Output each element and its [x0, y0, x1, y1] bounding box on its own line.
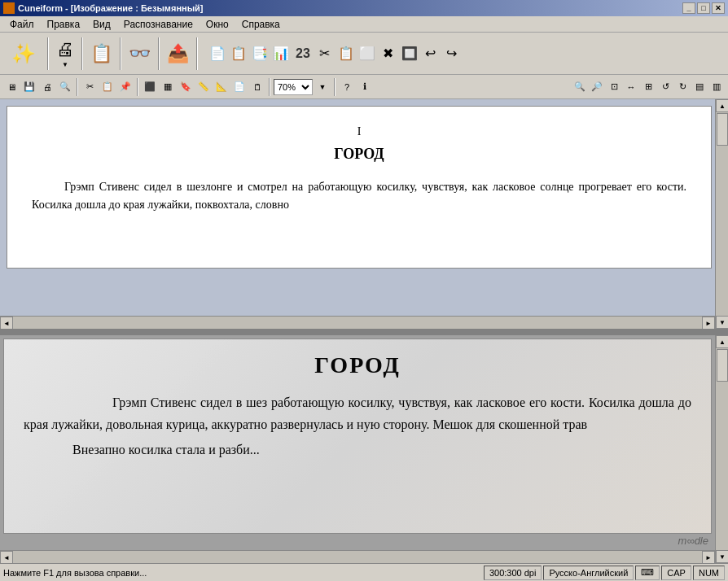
maximize-button[interactable]: □ — [697, 2, 710, 14]
icon-btn-5[interactable]: ✂ — [315, 44, 335, 63]
dpi-panel: 300:300 dpi — [484, 566, 542, 580]
watermark: m∞dle — [678, 535, 708, 547]
num-panel: NUM — [693, 566, 725, 580]
statusbar: Нажмите F1 для вызова справки... 300:300… — [0, 563, 728, 581]
tb2-btn-9[interactable]: 📐 — [213, 79, 230, 95]
tb2-cut[interactable]: ✂ — [81, 79, 98, 95]
scroll-thumb[interactable] — [717, 113, 728, 146]
icon-btn-10[interactable]: ↩ — [421, 44, 441, 63]
bottom-hscroll-left[interactable]: ◄ — [0, 551, 13, 563]
icon-btn-8[interactable]: ✖ — [379, 44, 398, 63]
bottom-hscroll[interactable]: ◄ ► — [0, 550, 715, 563]
menu-edit[interactable]: Правка — [41, 17, 87, 32]
zoom-in-btn[interactable]: 🔍 — [572, 79, 588, 95]
tb2-btn-7[interactable]: 🔖 — [178, 79, 194, 95]
tb2-copy[interactable]: 📋 — [99, 79, 116, 95]
bottom-pane[interactable]: ГОРОД Грэмп Стивенс сидел в шез­ работаю… — [0, 335, 728, 563]
chapter-title: ГОРОД — [32, 143, 686, 165]
zoom-select[interactable]: 50% 70% 100% 150% 200% — [274, 79, 313, 95]
fit-width-btn[interactable]: ↔ — [623, 79, 639, 95]
toolbar1: ✨ 🖨 ▼ 📋 👓 📤 📄 📋 📑 📊 23 ✂ 📋 ⬜ ✖ 🔲 ↩ — [0, 33, 728, 75]
rotate-right-btn[interactable]: ↻ — [674, 79, 691, 95]
top-vscroll[interactable]: ▲ ▼ — [715, 99, 728, 329]
zoom-out-btn[interactable]: 🔎 — [589, 79, 605, 95]
img-chapter-title: ГОРОД — [24, 352, 691, 378]
chapter-num: I — [32, 123, 686, 140]
scroll-track[interactable] — [716, 112, 728, 316]
keyboard-panel: ⌨ — [635, 566, 660, 580]
titlebar-title: Cuneiform - [Изображение : Безымянный] — [18, 3, 204, 13]
scan-button[interactable]: 🖨 ▼ — [52, 36, 78, 72]
info-btn[interactable]: ℹ — [357, 79, 373, 95]
hscroll-right[interactable]: ► — [702, 317, 715, 330]
tb2-paste[interactable]: 📌 — [117, 79, 134, 95]
bottom-scroll-down[interactable]: ▼ — [716, 550, 728, 563]
menu-recognize[interactable]: Распознавание — [117, 17, 200, 32]
icon-btn-1[interactable]: 📄 — [208, 44, 227, 63]
titlebar-controls[interactable]: _ □ ✕ — [682, 2, 725, 14]
tb2-btn-5[interactable]: ⬛ — [142, 79, 158, 95]
tb2-btn-1[interactable]: 🖥 — [3, 79, 20, 95]
tb2-btn-3[interactable]: 🖨 — [39, 79, 55, 95]
top-pane[interactable]: I ГОРОД Грэмп Стивенс сидел в шезлонге и… — [0, 99, 728, 332]
titlebar: Cuneiform - [Изображение : Безымянный] _… — [0, 0, 728, 16]
tb2-btn-11[interactable]: 🗒 — [249, 79, 265, 95]
tb2-btn-6[interactable]: ▦ — [160, 79, 176, 95]
bottom-scroll-track[interactable] — [716, 348, 728, 550]
actual-size-btn[interactable]: ⊞ — [640, 79, 656, 95]
read-button[interactable]: 👓 — [125, 36, 155, 72]
bottom-scroll-up[interactable]: ▲ — [716, 335, 728, 348]
text-document: I ГОРОД Грэмп Стивенс сидел в шезлонге и… — [7, 106, 712, 269]
ocr-button[interactable]: 📋 — [86, 36, 116, 72]
img-paragraph-2: Внезапно косилка стала и разби... — [24, 439, 691, 461]
panes-container: I ГОРОД Грэмп Стивенс сидел в шезлонге и… — [0, 99, 728, 563]
fit-btn[interactable]: ⊡ — [606, 79, 622, 95]
bottom-hscroll-right[interactable]: ► — [702, 551, 715, 563]
rotate-left-btn[interactable]: ↺ — [657, 79, 673, 95]
icon-btn-4[interactable]: 📊 — [271, 44, 291, 63]
help-btn[interactable]: ? — [339, 79, 355, 95]
caps-panel: CAP — [661, 566, 691, 580]
num-display: 23 — [296, 46, 310, 61]
app-icon — [3, 2, 15, 14]
menu-window[interactable]: Окно — [200, 17, 235, 32]
top-hscroll[interactable]: ◄ ► — [0, 316, 715, 329]
scroll-up[interactable]: ▲ — [716, 99, 728, 112]
icon-btn-9[interactable]: 🔲 — [400, 44, 419, 63]
image-document: ГОРОД Грэмп Стивенс сидел в шез­ работаю… — [3, 339, 712, 534]
statusbar-help: Нажмите F1 для вызова справки... — [3, 568, 484, 578]
view-btn-1[interactable]: ▤ — [691, 79, 708, 95]
menu-file[interactable]: Файл — [3, 17, 41, 32]
menu-help[interactable]: Справка — [235, 17, 287, 32]
hscroll-track[interactable] — [13, 317, 702, 329]
tb2-btn-2[interactable]: 💾 — [21, 79, 37, 95]
icon-btn-3[interactable]: 📑 — [250, 44, 270, 63]
statusbar-right: 300:300 dpi Русско-Английский ⌨ CAP NUM — [484, 566, 725, 580]
toolbar2: 🖥 💾 🖨 🔍 ✂ 📋 📌 ⬛ ▦ 🔖 📏 📐 📄 🗒 50% 70% 100%… — [0, 75, 728, 99]
menu-view[interactable]: Вид — [86, 17, 117, 32]
text-paragraph: Грэмп Стивенс сидел в шезлонге и смотрел… — [32, 178, 686, 215]
hscroll-left[interactable]: ◄ — [0, 317, 13, 330]
tb2-btn-4[interactable]: 🔍 — [57, 79, 73, 95]
img-paragraph-1: Грэмп Стивенс сидел в шез­ работающую ко… — [24, 391, 691, 435]
close-button[interactable]: ✕ — [712, 2, 725, 14]
menubar: Файл Правка Вид Распознавание Окно Справ… — [0, 16, 728, 33]
zoom-arrow[interactable]: ▼ — [314, 79, 331, 95]
magic-wand-button[interactable]: ✨ — [3, 36, 44, 72]
icon-btn-11[interactable]: ↪ — [442, 44, 462, 63]
icon-btn-2[interactable]: 📋 — [229, 44, 248, 63]
titlebar-left: Cuneiform - [Изображение : Безымянный] — [3, 2, 204, 14]
tb2-btn-10[interactable]: 📄 — [231, 79, 248, 95]
tb2-btn-8[interactable]: 📏 — [195, 79, 212, 95]
icon-btn-7[interactable]: ⬜ — [357, 44, 377, 63]
bottom-vscroll[interactable]: ▲ ▼ — [715, 335, 728, 563]
scroll-down[interactable]: ▼ — [716, 316, 728, 329]
minimize-button[interactable]: _ — [682, 2, 695, 14]
bottom-hscroll-track[interactable] — [13, 551, 702, 563]
icon-btn-6[interactable]: 📋 — [336, 44, 356, 63]
view-btn-2[interactable]: ▥ — [708, 79, 725, 95]
language-panel: Русско-Английский — [543, 566, 634, 580]
bottom-scroll-thumb[interactable] — [717, 349, 728, 382]
export-button[interactable]: 📤 — [163, 36, 193, 72]
